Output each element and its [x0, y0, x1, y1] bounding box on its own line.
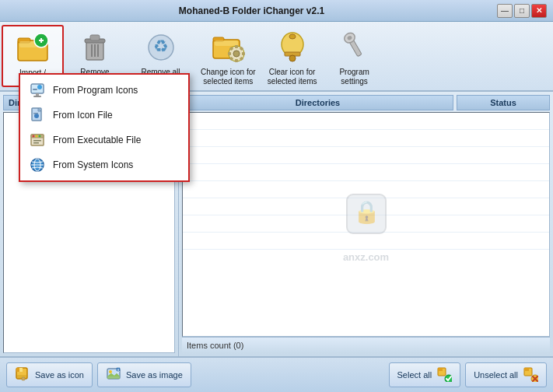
select-all-icon: [436, 366, 452, 383]
svg-text:♻: ♻: [153, 37, 169, 56]
status-label: Status: [457, 95, 550, 110]
svg-rect-35: [31, 84, 44, 93]
change-icon-label: Change icon forselected items: [201, 68, 256, 86]
svg-rect-70: [524, 368, 529, 371]
clear-icon-button[interactable]: Clear icon forselected items: [261, 25, 324, 87]
svg-text:🔒: 🔒: [352, 199, 380, 225]
title-bar: Mohaned-B Folder iChanger v2.1 — □ ✕: [0, 0, 553, 22]
svg-point-47: [39, 135, 41, 138]
list-row: [183, 147, 549, 164]
svg-rect-22: [242, 52, 245, 55]
window-title: Mohaned-B Folder iChanger v2.1: [6, 5, 497, 16]
from-program-icons-item[interactable]: From Program Icons: [20, 78, 188, 103]
right-panel-header: Directories Status: [182, 95, 550, 110]
executable-icon: [30, 132, 45, 148]
svg-rect-36: [36, 93, 39, 96]
clear-icon-label: Clear icon forselected items: [268, 68, 317, 86]
icon-file-icon: [30, 107, 45, 123]
status-bar: Save as icon Save as image Select all: [0, 356, 553, 392]
svg-rect-48: [33, 140, 41, 142]
unselect-all-label: Unselect all: [474, 370, 518, 380]
window-controls: — □ ✕: [497, 4, 547, 18]
svg-rect-20: [235, 59, 238, 62]
right-panel: Directories Status 🔒 anxz.com: [179, 92, 553, 356]
svg-point-38: [37, 85, 42, 89]
svg-rect-57: [19, 368, 23, 372]
dropdown-menu: From Program Icons From Icon File: [19, 73, 190, 182]
close-button[interactable]: ✕: [531, 4, 547, 18]
save-icon-icon: [15, 366, 30, 383]
svg-rect-37: [33, 96, 41, 97]
watermark: 🔒 anxz.com: [339, 187, 394, 263]
svg-point-18: [233, 51, 240, 57]
folder-add-icon: [14, 30, 51, 65]
svg-rect-8: [90, 35, 100, 40]
minimize-button[interactable]: —: [497, 4, 513, 18]
select-all-label: Select all: [397, 370, 432, 380]
svg-point-45: [33, 135, 35, 138]
save-as-icon-button[interactable]: Save as icon: [6, 362, 93, 387]
svg-rect-16: [215, 40, 238, 46]
list-row: [183, 130, 549, 147]
system-icons-icon: [30, 157, 45, 173]
from-executable-item[interactable]: From Executable File: [20, 128, 188, 152]
from-system-icons-label: From System Icons: [53, 159, 133, 170]
directories-label: Directories: [182, 95, 453, 110]
settings-icon: [336, 29, 373, 65]
remove-all-icon: ♻: [142, 29, 180, 65]
list-row: [183, 113, 549, 130]
from-icon-file-item[interactable]: From Icon File: [20, 103, 188, 128]
from-executable-label: From Executable File: [53, 135, 141, 145]
save-image-icon: [106, 366, 121, 383]
svg-rect-5: [40, 38, 42, 43]
change-icon-icon: [209, 29, 247, 65]
unselect-all-button[interactable]: Unselect all: [465, 362, 547, 387]
svg-point-41: [34, 114, 39, 118]
clear-icon-icon: [274, 29, 311, 65]
from-icon-file-label: From Icon File: [53, 110, 113, 121]
remove-icon: [76, 29, 114, 65]
svg-rect-49: [33, 142, 39, 144]
svg-rect-67: [438, 368, 443, 371]
save-as-image-button[interactable]: Save as image: [97, 362, 191, 387]
program-settings-button[interactable]: Programsettings: [324, 25, 386, 87]
change-icon-button[interactable]: Change icon forselected items: [195, 25, 261, 87]
items-count: Items count (0): [182, 337, 550, 353]
maximize-button[interactable]: □: [514, 4, 530, 18]
svg-rect-39: [33, 89, 37, 90]
save-as-image-label: Save as image: [126, 370, 183, 380]
svg-rect-19: [235, 45, 238, 48]
svg-rect-21: [228, 52, 231, 55]
file-list[interactable]: 🔒 anxz.com: [182, 112, 550, 337]
from-system-icons-item[interactable]: From System Icons: [20, 152, 188, 177]
settings-label: Programsettings: [339, 68, 369, 86]
list-row: [183, 164, 549, 181]
program-icons-icon: [30, 82, 45, 98]
unselect-all-icon: [523, 366, 538, 383]
save-as-icon-label: Save as icon: [35, 370, 84, 380]
svg-point-30: [289, 34, 296, 39]
from-program-icons-label: From Program Icons: [53, 85, 138, 96]
svg-point-61: [109, 370, 112, 373]
svg-point-46: [36, 135, 38, 138]
watermark-text: anxz.com: [343, 251, 389, 263]
select-all-button[interactable]: Select all: [389, 362, 461, 387]
svg-rect-42: [33, 113, 38, 114]
svg-rect-59: [22, 377, 25, 380]
svg-point-29: [289, 55, 296, 61]
